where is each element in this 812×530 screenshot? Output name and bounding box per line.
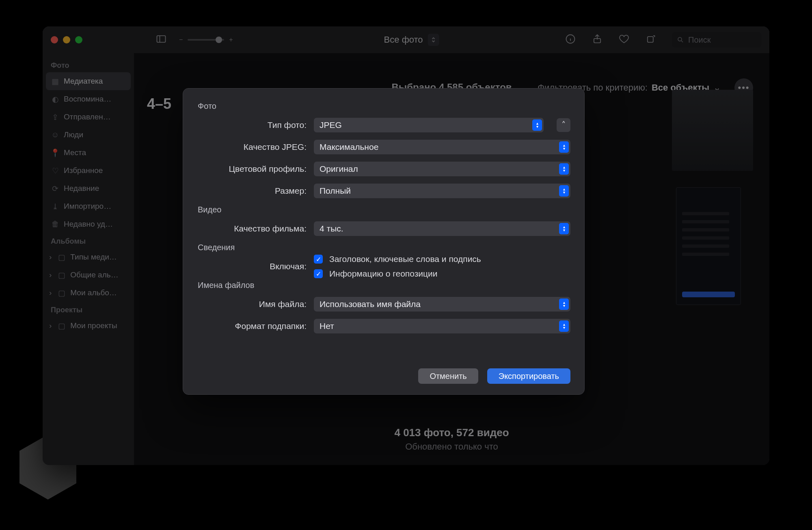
folder-icon: ▢ <box>57 253 66 262</box>
photos-window: − + Все фото Поиск Фото ▦Медиатека ◐Восп… <box>43 26 769 465</box>
svg-rect-0 <box>157 36 166 42</box>
sidebar-section-title: Фото <box>46 57 131 72</box>
photo-thumbnail[interactable] <box>676 187 741 305</box>
label-photo-kind: Тип фото: <box>197 120 307 130</box>
people-icon: ☺ <box>51 130 60 139</box>
search-field[interactable]: Поиск <box>672 32 761 48</box>
info-icon[interactable] <box>565 33 576 46</box>
select-file-name[interactable]: Использовать имя файла ▴▾ <box>314 297 570 312</box>
sidebar-item-my-albums[interactable]: ›▢Мои альбо… <box>46 284 131 302</box>
folder-icon: ▢ <box>57 321 66 331</box>
titlebar: − + Все фото Поиск <box>43 26 769 53</box>
sidebar-toggle-icon[interactable] <box>155 33 167 46</box>
select-photo-kind[interactable]: JPEG ▴▾ <box>314 118 544 132</box>
zoom-in-button[interactable]: + <box>229 36 233 43</box>
updown-arrows-icon <box>428 34 439 46</box>
select-jpeg-quality[interactable]: Максимальное ▴▾ <box>314 140 570 154</box>
search-placeholder: Поиск <box>688 35 710 45</box>
share-icon[interactable] <box>592 33 603 46</box>
window-controls <box>51 36 82 43</box>
include-location-label: Информацию о геопозиции <box>329 269 438 279</box>
sidebar-item-favorites[interactable]: ♡Избранное <box>46 162 131 180</box>
section-video: Видео <box>198 205 570 214</box>
heart-icon[interactable] <box>618 33 630 46</box>
close-window-button[interactable] <box>51 36 58 43</box>
updown-arrows-icon: ▴▾ <box>559 320 569 332</box>
checkbox-include-location[interactable]: ✓ <box>314 269 323 278</box>
folder-icon: ▢ <box>57 288 66 298</box>
fullscreen-window-button[interactable] <box>75 36 82 43</box>
sidebar-item-media-types[interactable]: ›▢Типы меди… <box>46 248 131 266</box>
checkbox-include-title[interactable]: ✓ <box>314 255 323 264</box>
updown-arrows-icon: ▴▾ <box>559 141 569 153</box>
sidebar-item-deleted[interactable]: 🗑Недавно уд… <box>46 215 131 233</box>
updown-arrows-icon: ▴▾ <box>559 299 569 310</box>
sidebar-item-imports[interactable]: ⤓Импортиро… <box>46 197 131 215</box>
zoom-out-button[interactable]: − <box>179 36 183 43</box>
photo-thumbnail[interactable] <box>672 90 753 171</box>
updown-arrows-icon: ▴▾ <box>559 185 569 197</box>
sidebar-item-shared[interactable]: ⇪Отправлен… <box>46 108 131 126</box>
shared-icon: ⇪ <box>51 112 60 122</box>
sidebar-item-people[interactable]: ☺Люди <box>46 126 131 144</box>
places-icon: 📍 <box>51 148 60 158</box>
svg-rect-3 <box>648 37 653 42</box>
export-dialog: Фото Тип фото: JPEG ▴▾ ˄ Качество JPEG: … <box>183 88 585 395</box>
label-jpeg-quality: Качество JPEG: <box>197 142 307 152</box>
chevron-right-icon: › <box>49 270 52 279</box>
date-heading: 4–5 <box>147 95 171 112</box>
section-photo: Фото <box>198 102 570 111</box>
sidebar-section-title: Проекты <box>46 302 131 317</box>
sidebar-item-recent[interactable]: ⟳Недавние <box>46 180 131 197</box>
label-movie-quality: Качество фильма: <box>197 224 307 234</box>
trash-icon: 🗑 <box>51 220 60 229</box>
collapse-toggle[interactable]: ˄ <box>557 118 570 132</box>
memories-icon: ◐ <box>51 95 60 104</box>
import-icon: ⤓ <box>51 202 60 211</box>
view-popup[interactable]: Все фото <box>384 34 439 46</box>
recent-icon: ⟳ <box>51 184 60 193</box>
footer-count: 4 013 фото, 572 видео <box>134 426 769 439</box>
cancel-button[interactable]: Отменить <box>418 368 478 384</box>
label-subfolder-format: Формат подпапки: <box>197 321 307 331</box>
include-title-label: Заголовок, ключевые слова и подпись <box>329 254 481 264</box>
library-icon: ▦ <box>51 77 60 86</box>
sidebar-item-my-projects[interactable]: ›▢Мои проекты <box>46 317 131 335</box>
label-include: Включая: <box>197 262 307 271</box>
select-subfolder-format[interactable]: Нет ▴▾ <box>314 319 570 333</box>
chevron-right-icon: › <box>49 288 52 297</box>
sidebar: Фото ▦Медиатека ◐Воспомина… ⇪Отправлен… … <box>43 53 134 465</box>
updown-arrows-icon: ▴▾ <box>559 223 569 234</box>
footer-updated: Обновлено только что <box>134 441 769 452</box>
select-size[interactable]: Полный ▴▾ <box>314 184 570 198</box>
sidebar-section-title: Альбомы <box>46 233 131 248</box>
zoom-slider[interactable] <box>188 39 224 41</box>
folder-icon: ▢ <box>57 270 66 280</box>
updown-arrows-icon: ▴▾ <box>559 163 569 175</box>
updown-arrows-icon: ▴▾ <box>532 119 542 131</box>
rotate-icon[interactable] <box>645 33 657 46</box>
svg-point-4 <box>678 37 682 41</box>
label-color-profile: Цветовой профиль: <box>197 164 307 174</box>
chevron-right-icon: › <box>49 321 52 330</box>
sidebar-item-places[interactable]: 📍Места <box>46 144 131 162</box>
label-size: Размер: <box>197 186 307 196</box>
minimize-window-button[interactable] <box>63 36 70 43</box>
chevron-right-icon: › <box>49 253 52 262</box>
favorites-icon: ♡ <box>51 166 60 175</box>
sidebar-item-shared-albums[interactable]: ›▢Общие аль… <box>46 266 131 284</box>
export-button[interactable]: Экспортировать <box>487 368 570 384</box>
select-color-profile[interactable]: Оригинал ▴▾ <box>314 162 570 176</box>
search-icon <box>677 36 684 43</box>
sidebar-item-memories[interactable]: ◐Воспомина… <box>46 90 131 108</box>
section-info: Сведения <box>198 243 570 252</box>
select-movie-quality[interactable]: 4 тыс. ▴▾ <box>314 221 570 236</box>
section-filenames: Имена файлов <box>198 281 570 290</box>
view-popup-label: Все фото <box>384 35 423 45</box>
zoom-controls: − + <box>179 36 233 43</box>
sidebar-item-library[interactable]: ▦Медиатека <box>46 72 131 90</box>
footer-status: 4 013 фото, 572 видео Обновлено только ч… <box>134 426 769 452</box>
label-file-name: Имя файла: <box>197 299 307 309</box>
